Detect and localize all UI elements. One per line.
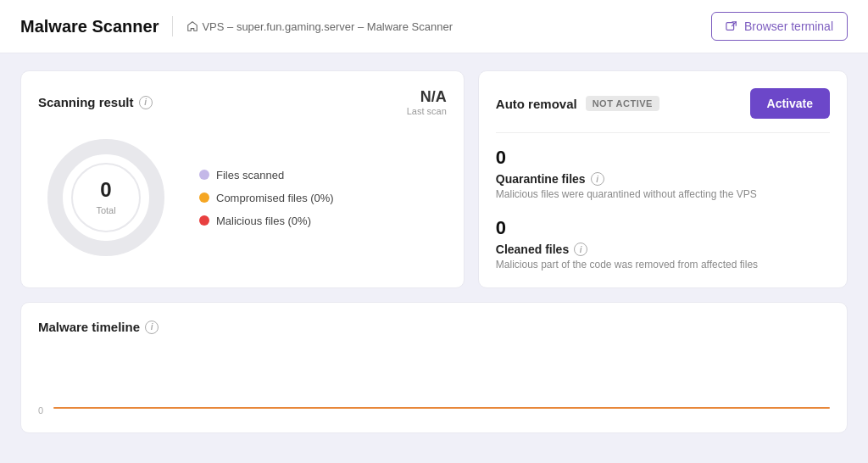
legend-item: Compromised files (0%) xyxy=(199,192,334,204)
malware-timeline-card: Malware timeline i 0 xyxy=(20,302,848,433)
legend-label: Malicious files (0%) xyxy=(216,215,311,227)
auto-removal-header: Auto removal NOT ACTIVE Activate xyxy=(496,88,830,133)
scan-info-icon[interactable]: i xyxy=(139,96,153,109)
svg-rect-0 xyxy=(726,23,734,31)
browser-terminal-label: Browser terminal xyxy=(744,20,833,33)
scan-result-card: Scanning result i N/A Last scan 0 Tot xyxy=(20,70,465,288)
last-scan-label: Last scan xyxy=(407,106,447,116)
main-content: Scanning result i N/A Last scan 0 Tot xyxy=(0,53,868,450)
legend-dot xyxy=(199,192,209,203)
cleaned-block: 0 Cleaned files i Malicious part of the … xyxy=(496,217,830,271)
scan-card-title: Scanning result i xyxy=(38,95,153,109)
quarantine-description: Malicious files were quarantined without… xyxy=(496,188,830,200)
timeline-title-text: Malware timeline xyxy=(38,320,140,334)
cleaned-name-text: Cleaned files xyxy=(496,243,569,256)
external-link-icon xyxy=(726,20,737,32)
donut-center: 0 Total xyxy=(96,178,115,217)
scan-title-text: Scanning result xyxy=(38,95,134,109)
top-row: Scanning result i N/A Last scan 0 Tot xyxy=(20,70,848,288)
cleaned-info-icon[interactable]: i xyxy=(574,243,587,256)
legend-dot xyxy=(199,170,209,180)
page-title: Malware Scanner xyxy=(20,17,159,36)
legend-label: Files scanned xyxy=(216,169,284,181)
timeline-body: 0 xyxy=(38,348,830,416)
legend: Files scanned Compromised files (0%) Mal… xyxy=(199,169,334,227)
timeline-y-label: 0 xyxy=(38,405,43,416)
quarantine-info-icon[interactable]: i xyxy=(591,172,604,186)
donut-label: Total xyxy=(96,205,115,215)
na-value: N/A xyxy=(407,88,447,106)
activate-button[interactable]: Activate xyxy=(750,88,830,119)
cleaned-count: 0 xyxy=(496,217,830,239)
scan-body: 0 Total Files scanned Compromised files … xyxy=(38,130,447,265)
legend-item: Malicious files (0%) xyxy=(199,215,334,227)
legend-label: Compromised files (0%) xyxy=(216,192,334,204)
auto-title-group: Auto removal NOT ACTIVE xyxy=(496,96,659,111)
scan-card-header: Scanning result i N/A Last scan xyxy=(38,88,447,116)
auto-removal-title: Auto removal xyxy=(496,97,577,111)
legend-dot xyxy=(199,215,209,226)
timeline-title: Malware timeline i xyxy=(38,320,159,334)
app-header: Malware Scanner VPS – super.fun.gaming.s… xyxy=(0,0,868,53)
legend-item: Files scanned xyxy=(199,169,334,181)
breadcrumb: VPS – super.fun.gaming.server – Malware … xyxy=(186,20,453,33)
breadcrumb-text: VPS – super.fun.gaming.server – Malware … xyxy=(202,20,453,33)
cleaned-name: Cleaned files i xyxy=(496,243,830,256)
home-icon xyxy=(186,20,198,32)
na-block: N/A Last scan xyxy=(407,88,447,116)
header-divider xyxy=(172,16,173,36)
quarantine-block: 0 Quarantine files i Malicious files wer… xyxy=(496,147,830,200)
timeline-line xyxy=(53,407,830,409)
browser-terminal-button[interactable]: Browser terminal xyxy=(711,12,848,41)
quarantine-count: 0 xyxy=(496,147,830,169)
donut-count: 0 xyxy=(96,178,115,202)
donut-chart: 0 Total xyxy=(38,130,174,265)
quarantine-name-text: Quarantine files xyxy=(496,172,586,186)
timeline-info-icon[interactable]: i xyxy=(145,321,159,334)
auto-removal-card: Auto removal NOT ACTIVE Activate 0 Quara… xyxy=(478,70,848,288)
timeline-card-header: Malware timeline i xyxy=(38,320,830,334)
cleaned-description: Malicious part of the code was removed f… xyxy=(496,259,830,271)
quarantine-name: Quarantine files i xyxy=(496,172,830,186)
not-active-badge: NOT ACTIVE xyxy=(586,96,659,111)
